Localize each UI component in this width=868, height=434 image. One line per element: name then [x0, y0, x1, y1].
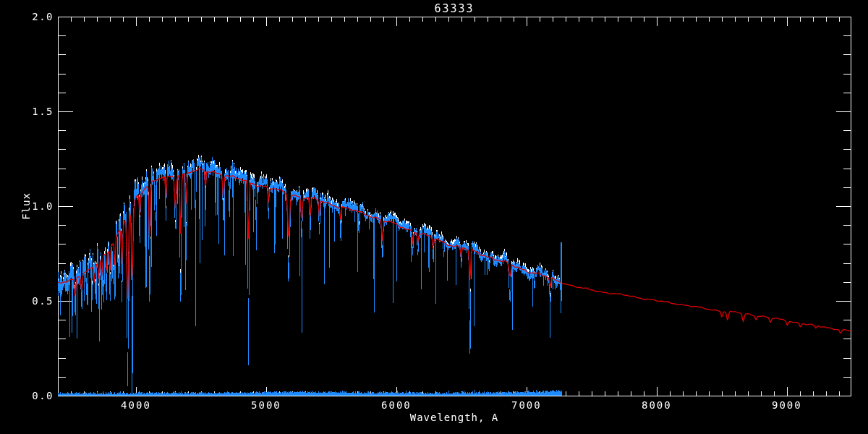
spectrum-plot-window: 63333 Wavelength, A Flux 400050006000700… [0, 0, 868, 434]
spectrum-plot-canvas [0, 0, 868, 434]
